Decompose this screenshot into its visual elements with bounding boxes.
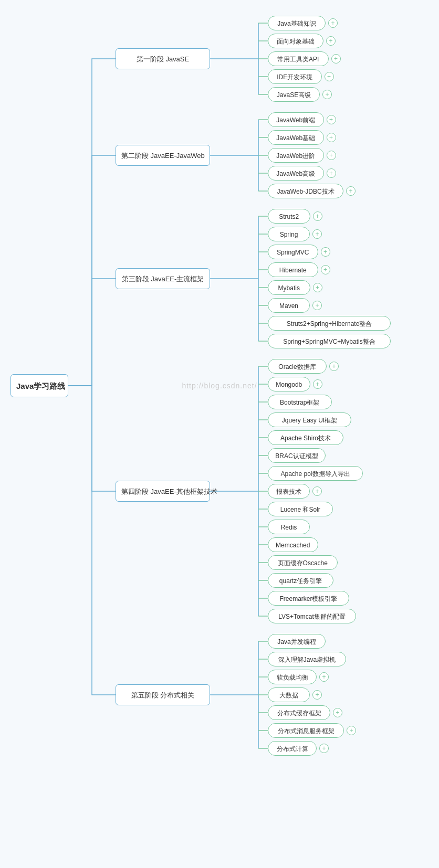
child-phase4-14: LVS+Tomcat集群的配置 [268, 609, 356, 623]
plus-phase1-0[interactable]: + [328, 18, 338, 28]
child-phase4-11: 页面缓存Oscache [268, 555, 338, 570]
child-phase3-6: Struts2+Spring+Hibernate整合 [268, 316, 391, 331]
phase-node-phase4: 第四阶段 JavaEE-其他框架技术 [116, 481, 210, 502]
plus-phase3-3[interactable]: + [321, 265, 330, 274]
child-phase2-0: JavaWeb前端 [268, 112, 324, 127]
child-phase3-4: Mybatis [268, 280, 310, 295]
plus-phase1-3[interactable]: + [325, 72, 334, 81]
plus-phase4-1[interactable]: + [313, 379, 322, 389]
plus-phase5-2[interactable]: + [319, 672, 329, 682]
plus-phase2-3[interactable]: + [327, 168, 336, 178]
child-phase3-1: Spring [268, 227, 310, 241]
plus-phase5-4[interactable]: + [333, 708, 342, 717]
child-phase3-7: Spring+SpringMVC+Mybatis整合 [268, 334, 391, 348]
phase-node-phase2: 第二阶段 JavaEE-JavaWeb [116, 145, 210, 166]
plus-phase3-4[interactable]: + [313, 283, 322, 292]
child-phase3-0: Struts2 [268, 209, 310, 224]
child-phase4-8: Lucene 和Solr [268, 502, 333, 516]
child-phase4-2: Bootstrap框架 [268, 395, 332, 409]
plus-phase5-6[interactable]: + [319, 744, 329, 753]
child-phase4-3: Jquery Easy UI框架 [268, 412, 351, 427]
phase-node-phase5: 第五阶段 分布式相关 [116, 684, 210, 705]
plus-phase2-1[interactable]: + [327, 133, 336, 142]
child-phase3-2: SpringMVC [268, 245, 318, 259]
child-phase4-9: Redis [268, 520, 310, 534]
plus-phase1-4[interactable]: + [322, 90, 332, 99]
child-phase5-1: 深入理解Java虚拟机 [268, 652, 346, 666]
plus-phase1-1[interactable]: + [326, 36, 336, 46]
child-phase1-3: IDE开发环境 [268, 69, 322, 84]
child-phase4-12: quartz任务引擎 [268, 573, 333, 588]
root-node: Java学习路线 [11, 374, 68, 397]
plus-phase2-2[interactable]: + [327, 151, 336, 160]
child-phase3-3: Hibernate [268, 262, 318, 277]
plus-phase3-5[interactable]: + [312, 301, 322, 310]
child-phase5-3: 大数据 [268, 687, 310, 702]
child-phase3-5: Maven [268, 298, 310, 313]
child-phase4-1: Mongodb [268, 377, 310, 391]
child-phase2-2: JavaWeb进阶 [268, 148, 324, 163]
plus-phase3-0[interactable]: + [313, 211, 322, 221]
child-phase5-4: 分布式缓存框架 [268, 705, 330, 720]
mind-map: http://blog.csdn.net/ Java学习路线第一阶段 JavaS… [0, 0, 439, 771]
child-phase1-2: 常用工具类API [268, 51, 329, 66]
child-phase4-10: Memcached [268, 537, 318, 552]
child-phase2-1: JavaWeb基础 [268, 130, 324, 145]
child-phase5-5: 分布式消息服务框架 [268, 723, 344, 738]
child-phase1-0: Java基础知识 [268, 16, 326, 30]
child-phase2-3: JavaWeb高级 [268, 166, 324, 181]
plus-phase2-0[interactable]: + [327, 115, 336, 124]
child-phase2-4: JavaWeb-JDBC技术 [268, 184, 343, 198]
watermark: http://blog.csdn.net/ [182, 382, 257, 390]
plus-phase3-2[interactable]: + [321, 247, 330, 257]
child-phase4-13: Freemarker模板引擎 [268, 591, 349, 606]
child-phase1-1: 面向对象基础 [268, 34, 323, 48]
plus-phase4-7[interactable]: + [312, 486, 322, 496]
plus-phase1-2[interactable]: + [331, 54, 341, 63]
child-phase5-0: Java并发编程 [268, 634, 326, 649]
child-phase4-5: BRAC认证模型 [268, 448, 326, 463]
child-phase5-2: 软负载均衡 [268, 670, 317, 684]
child-phase1-4: JavaSE高级 [268, 87, 320, 102]
plus-phase2-4[interactable]: + [346, 186, 356, 196]
phase-node-phase1: 第一阶段 JavaSE [116, 48, 210, 69]
child-phase4-4: Apache Shiro技术 [268, 430, 343, 445]
child-phase4-7: 报表技术 [268, 484, 310, 499]
child-phase4-6: Apache poi数据导入导出 [268, 466, 363, 481]
child-phase4-0: Oracle数据库 [268, 359, 327, 374]
child-phase5-6: 分布式计算 [268, 741, 317, 756]
phase-node-phase3: 第三阶段 JavaEE-主流框架 [116, 268, 210, 289]
plus-phase5-3[interactable]: + [312, 690, 322, 700]
plus-phase5-5[interactable]: + [347, 726, 356, 735]
plus-phase4-0[interactable]: + [329, 362, 339, 371]
plus-phase3-1[interactable]: + [312, 229, 322, 239]
